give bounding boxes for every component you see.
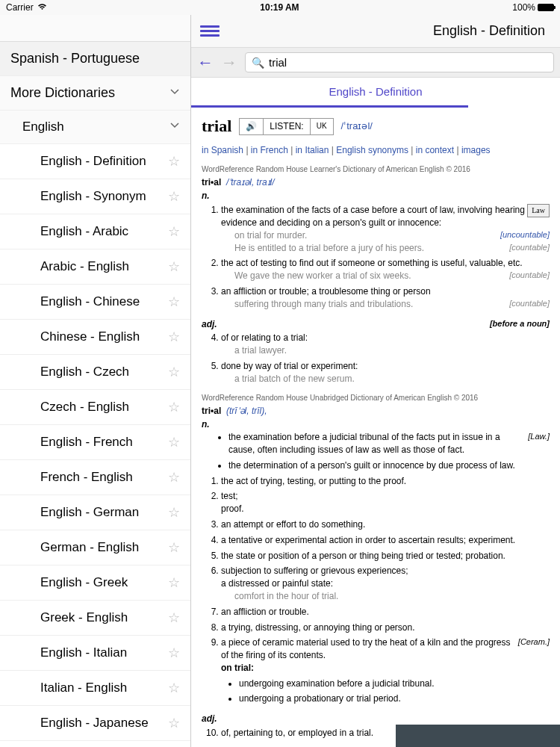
sidebar-item[interactable]: Chinese - English☆ — [0, 320, 190, 355]
definition-list: of or relating to a trial:a trial lawyer… — [202, 332, 550, 385]
sidebar-item[interactable]: German - English☆ — [0, 530, 190, 565]
clock: 10:19 AM — [260, 2, 299, 13]
sidebar-item[interactable]: Arabic - English☆ — [0, 249, 190, 285]
star-icon[interactable]: ☆ — [168, 188, 180, 205]
star-icon[interactable]: ☆ — [168, 258, 180, 275]
battery-icon — [538, 4, 554, 11]
search-box[interactable]: 🔍 — [245, 52, 554, 72]
sidebar-item[interactable]: English - Czech☆ — [0, 355, 190, 390]
sidebar-item[interactable]: English - German☆ — [0, 495, 190, 530]
sidebar-item[interactable]: English - Italian☆ — [0, 636, 190, 671]
sidebar-item[interactable]: English - Definition☆ — [0, 144, 190, 179]
cross-link[interactable]: in context — [416, 145, 454, 155]
star-icon[interactable]: ☆ — [168, 364, 180, 380]
sidebar-item[interactable]: English - Greek☆ — [0, 565, 190, 601]
cross-links: in Spanish | in French | in Italian | En… — [202, 144, 550, 157]
main-panel: English - Definition ← → 🔍 English - Def… — [191, 15, 560, 747]
sidebar-section-more[interactable]: More Dictionaries — [0, 76, 190, 111]
star-icon[interactable]: ☆ — [168, 329, 180, 345]
chevron-down-icon — [169, 85, 180, 101]
sidebar-item[interactable]: Greek - English☆ — [0, 601, 190, 636]
search-input[interactable] — [269, 56, 547, 69]
forward-button: → — [221, 53, 237, 72]
star-icon[interactable]: ☆ — [168, 610, 180, 626]
battery-pct: 100% — [512, 2, 535, 13]
cross-link[interactable]: English synonyms — [336, 145, 408, 155]
star-icon[interactable]: ☆ — [168, 574, 180, 591]
star-icon[interactable]: ☆ — [168, 153, 180, 170]
menu-icon[interactable] — [200, 25, 220, 37]
page-title: English - Definition — [220, 23, 551, 39]
sidebar-item[interactable]: English - Synonym☆ — [0, 179, 190, 214]
content: trial 🔊 LISTEN: UK /ˈtraɪəl/ in Spanish … — [191, 108, 560, 747]
cross-link[interactable]: images — [461, 145, 491, 155]
headword: trial — [202, 115, 231, 138]
cross-link[interactable]: in Italian — [296, 145, 329, 155]
speaker-icon: 🔊 — [240, 119, 264, 134]
definition-list: the act of trying, testing, or putting t… — [202, 475, 550, 706]
footer-block — [396, 725, 560, 747]
wifi-icon — [37, 2, 47, 13]
back-button[interactable]: ← — [197, 53, 214, 72]
star-icon[interactable]: ☆ — [168, 294, 180, 310]
status-bar: Carrier 10:19 AM 100% — [0, 0, 560, 15]
sidebar-item[interactable]: Italian - English☆ — [0, 671, 190, 706]
sidebar-item[interactable]: Japanese - English☆ — [0, 741, 190, 747]
sidebar-item[interactable]: English - Arabic☆ — [0, 214, 190, 249]
star-icon[interactable]: ☆ — [168, 680, 180, 696]
star-icon[interactable]: ☆ — [168, 539, 180, 556]
star-icon[interactable]: ☆ — [168, 469, 180, 486]
topbar: English - Definition — [191, 15, 560, 48]
sidebar-item[interactable]: Czech - English☆ — [0, 390, 190, 425]
source1: WordReference Random House Learner's Dic… — [202, 164, 550, 175]
cross-link[interactable]: in Spanish — [202, 145, 243, 155]
sidebar-item[interactable]: English - Chinese☆ — [0, 285, 190, 320]
star-icon[interactable]: ☆ — [168, 434, 180, 450]
sidebar-item[interactable]: English - Japanese☆ — [0, 706, 190, 741]
sidebar-item-top[interactable]: Spanish - Portuguese — [0, 42, 190, 76]
star-icon[interactable]: ☆ — [168, 504, 180, 521]
tab-definition[interactable]: English - Definition — [191, 78, 560, 108]
navbar: ← → 🔍 — [191, 48, 560, 78]
sidebar-item[interactable]: English - French☆ — [0, 425, 190, 460]
chevron-down-icon — [169, 120, 180, 134]
bullet-list: [Law.]the examination before a judicial … — [202, 431, 550, 471]
star-icon[interactable]: ☆ — [168, 715, 180, 731]
sidebar-item[interactable]: French - English☆ — [0, 460, 190, 495]
source2: WordReference Random House Unabridged Di… — [202, 393, 550, 403]
search-icon: 🔍 — [252, 57, 264, 69]
pronunciation: /ˈtraɪəl/ — [341, 120, 373, 133]
star-icon[interactable]: ☆ — [168, 223, 180, 240]
sidebar: Spanish - Portuguese More Dictionaries E… — [0, 15, 191, 747]
sidebar-sub-english[interactable]: English — [0, 111, 190, 144]
star-icon[interactable]: ☆ — [168, 645, 180, 661]
carrier-label: Carrier — [6, 2, 34, 13]
field-tag: Law — [527, 204, 550, 217]
cross-link[interactable]: in French — [251, 145, 288, 155]
listen-button[interactable]: 🔊 LISTEN: UK — [239, 118, 333, 135]
star-icon[interactable]: ☆ — [168, 399, 180, 415]
definition-list: Lawthe examination of the facts of a cas… — [202, 204, 550, 310]
